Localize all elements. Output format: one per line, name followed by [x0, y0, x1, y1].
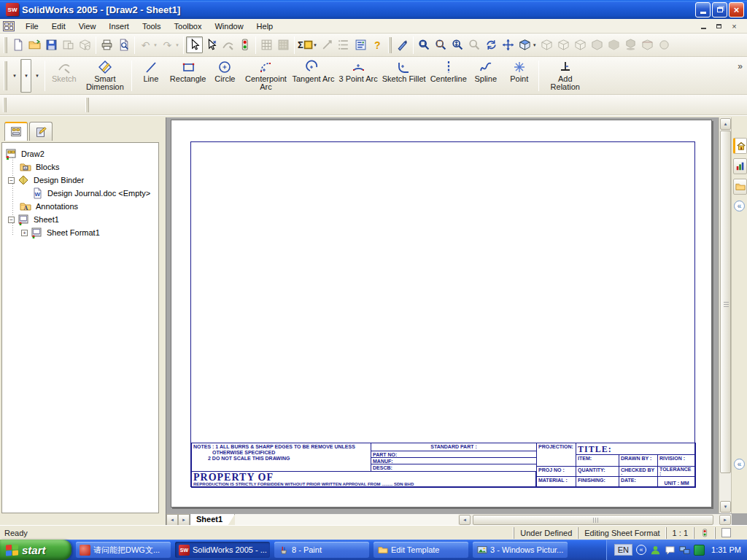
start-button[interactable]: start	[0, 540, 71, 560]
tree-item-draw2[interactable]: Draw2	[5, 147, 47, 160]
drawing-viewport[interactable]: NOTES : 1 ALL BURRS & SHARP EDGES TO BE …	[166, 117, 747, 526]
scroll-up-button[interactable]: ▲	[720, 118, 731, 130]
tree-item-blocks[interactable]: A² Blocks	[20, 160, 61, 174]
tab-scroll-left-button[interactable]: ◄	[166, 514, 178, 526]
network-icon[interactable]	[679, 545, 690, 556]
rotate-view-button[interactable]	[483, 36, 500, 53]
three-point-arc-button[interactable]: 3 Point Arc	[337, 58, 380, 93]
sketch-fillet-button[interactable]: Sketch Fillet	[380, 58, 428, 93]
toolbar-grip[interactable]	[388, 37, 392, 53]
pan-button[interactable]	[500, 36, 516, 53]
expand-node-icon[interactable]: +	[21, 230, 28, 236]
line-button[interactable]: Line	[134, 58, 168, 93]
task-edit-template[interactable]: Edit Template	[374, 542, 468, 558]
task-picture-viewer[interactable]: 3 - Windows Pictur...	[473, 542, 568, 558]
solidworks-resources-button[interactable]	[733, 138, 747, 154]
panel-splitter[interactable]	[160, 117, 166, 526]
tree-item-design-binder[interactable]: − Design Binder	[8, 174, 86, 187]
menu-edit[interactable]: Edit	[45, 20, 72, 32]
annotations-flyout-button[interactable]: A Annotations ▼	[33, 59, 42, 93]
tree-item-sheet1[interactable]: − Sheet1	[8, 213, 61, 226]
scroll-right-button[interactable]: ►	[719, 515, 731, 525]
mdi-close-button[interactable]: ×	[729, 21, 740, 31]
circle-button[interactable]: Circle	[208, 58, 241, 93]
new-button[interactable]	[9, 36, 26, 53]
zoom-area-button[interactable]	[433, 36, 449, 53]
task-pane-collapse-button[interactable]: «	[734, 201, 745, 211]
task-browser-dwg[interactable]: 请问能把DWG文...	[76, 542, 171, 558]
select-other-button[interactable]	[203, 36, 220, 53]
spline-button[interactable]: Spline	[469, 58, 503, 93]
toolbar-grip[interactable]	[4, 61, 7, 90]
save-button[interactable]	[43, 36, 60, 53]
toolbar-overflow-chevron[interactable]: »	[738, 61, 743, 71]
tree-item-sheet-format1[interactable]: + Sheet Format1	[21, 226, 102, 239]
tab-property-manager[interactable]	[29, 122, 53, 141]
tree-item-design-journal[interactable]: W Design Journal.doc <Empty>	[31, 187, 152, 200]
drawings-dropdown[interactable]: ▼	[10, 59, 19, 93]
annotations-dropdown[interactable]: ▼	[33, 59, 42, 93]
open-button[interactable]	[26, 36, 43, 53]
app-tray-icon[interactable]	[694, 545, 705, 556]
menu-window[interactable]: Window	[208, 20, 249, 32]
print-button[interactable]	[98, 36, 115, 53]
task-pane-collapse-button-2[interactable]: «	[734, 459, 745, 470]
menu-tools[interactable]: Tools	[136, 20, 168, 32]
mdi-restore-button[interactable]	[713, 21, 724, 31]
task-solidworks[interactable]: SW SolidWorks 2005 - ...	[175, 542, 270, 558]
standard-views-dropdown[interactable]: ▼	[533, 43, 537, 47]
menu-help[interactable]: Help	[250, 20, 280, 32]
toolbar-grip[interactable]	[4, 37, 7, 53]
drawings-flyout-button[interactable]: Drawings ▼	[10, 59, 19, 93]
menu-insert[interactable]: Insert	[102, 20, 136, 32]
horizontal-scroll-thumb[interactable]	[473, 515, 713, 525]
sketch-dropdown[interactable]: ▼	[21, 60, 31, 92]
toolbar-grip[interactable]	[3, 98, 7, 112]
menu-view[interactable]: View	[72, 20, 103, 32]
collapse-node-icon[interactable]: −	[8, 177, 15, 184]
scroll-left-button[interactable]: ◄	[459, 515, 471, 525]
style-tool-button[interactable]	[394, 36, 411, 53]
sketch-flyout-button[interactable]: Sketch ▼	[20, 59, 31, 93]
tangent-arc-button[interactable]: Tangent Arc	[290, 58, 336, 93]
task-paint[interactable]: 8 - Paint	[274, 542, 369, 558]
toolbar-grip[interactable]	[85, 98, 89, 112]
zoom-fit-button[interactable]	[416, 36, 433, 53]
chat-bubble-icon[interactable]	[665, 545, 676, 556]
print-preview-button[interactable]	[115, 36, 132, 53]
design-library-button[interactable]	[733, 158, 747, 174]
rectangle-button[interactable]: Rectangle	[168, 58, 209, 93]
help-button[interactable]: ?	[369, 36, 386, 53]
horizontal-scrollbar[interactable]: ◄ ►	[458, 514, 732, 526]
file-explorer-button[interactable]	[733, 179, 747, 195]
sheet1-tab[interactable]: Sheet1	[190, 514, 235, 526]
tree-item-annotations[interactable]: A Annotations	[20, 200, 80, 213]
scroll-down-button[interactable]: ▼	[720, 501, 731, 513]
zoom-in-out-button[interactable]	[449, 36, 466, 53]
standard-views-button[interactable]	[516, 36, 533, 53]
menu-file[interactable]: File	[19, 20, 45, 32]
centerline-button[interactable]: Centerline	[428, 58, 469, 93]
minimize-button[interactable]	[695, 2, 711, 18]
document-icon[interactable]	[3, 21, 15, 31]
collapse-node-icon[interactable]: −	[8, 217, 15, 223]
select-button[interactable]	[186, 36, 203, 53]
drawing-sheet-paper[interactable]: NOTES : 1 ALL BURRS & SHARP EDGES TO BE …	[171, 120, 712, 508]
close-button[interactable]: ×	[729, 2, 744, 18]
rebuild-traffic-light-button[interactable]	[236, 36, 253, 53]
vertical-scroll-thumb[interactable]	[720, 131, 731, 473]
hide-icons-chevron[interactable]: «	[636, 545, 646, 555]
restore-button[interactable]	[712, 2, 727, 18]
tab-scroll-right-button[interactable]: ►	[178, 514, 190, 526]
messenger-user-icon[interactable]	[650, 545, 661, 556]
menu-toolbox[interactable]: Toolbox	[168, 20, 209, 32]
add-relation-button[interactable]: Add Relation	[541, 58, 589, 93]
vertical-scrollbar[interactable]: ▲ ▼	[719, 117, 731, 513]
options-button[interactable]	[352, 36, 369, 53]
language-indicator[interactable]: EN	[614, 544, 632, 556]
centerpoint-arc-button[interactable]: Centerpoint Arc	[241, 58, 290, 93]
tab-feature-manager[interactable]	[4, 122, 28, 141]
mdi-minimize-button[interactable]	[698, 21, 709, 31]
equations-button[interactable]: Σ	[297, 36, 314, 53]
point-button[interactable]: Point	[503, 58, 536, 93]
